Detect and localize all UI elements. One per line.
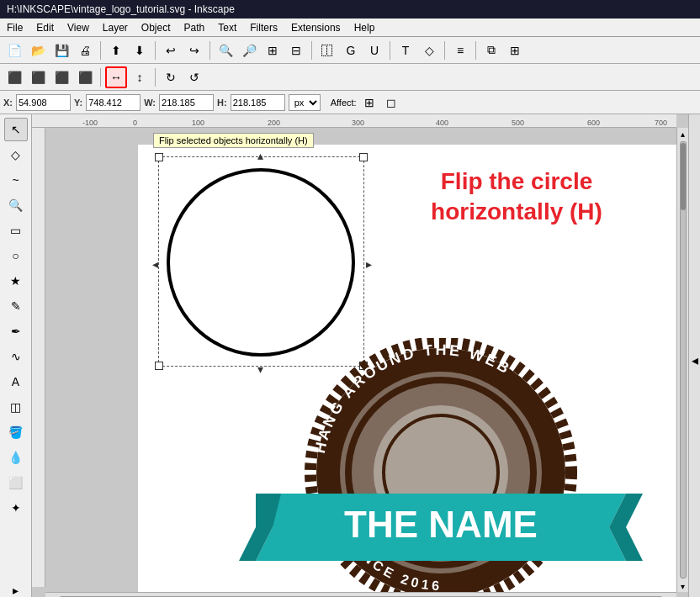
menu-item-object[interactable]: Object	[135, 20, 178, 35]
toolbar1-btn-26[interactable]: ⊞	[504, 40, 526, 61]
toolbar1-separator-19	[390, 41, 390, 60]
toolbox-expand[interactable]: ▸	[4, 579, 28, 597]
instruction-line2: horizontally (H)	[431, 198, 602, 225]
toolbar1-btn-13[interactable]: ⊞	[262, 40, 284, 61]
affect-btn-0[interactable]: ⊞	[360, 93, 379, 112]
toolbar1-separator-10	[209, 41, 210, 60]
tool-btn-8[interactable]: ✒	[4, 320, 28, 343]
instruction-text: Flip the circle horizontally (H)	[374, 166, 660, 228]
toolbar1-btn-18[interactable]: U	[363, 40, 385, 61]
tool-btn-15[interactable]: ✦	[4, 496, 28, 520]
align-left-edge[interactable]: ⬛	[3, 66, 25, 88]
toolbar1-btn-9[interactable]: ↪	[183, 40, 205, 61]
tool-btn-0[interactable]: ↖	[4, 118, 28, 141]
toolbar1-btn-8[interactable]: ↩	[160, 40, 182, 61]
logo-svg[interactable]: HANG AROUND THE WEB SINCE 2016	[239, 338, 643, 597]
main-toolbar: 📄📂💾🖨⬆⬇↩↪🔍🔎⊞⊟⿰GUT◇≡⧉⊞	[0, 37, 700, 64]
toolbar1-btn-0[interactable]: 📄	[3, 40, 25, 61]
menu-bar: FileEditViewLayerObjectPathTextFiltersEx…	[0, 18, 700, 37]
rotate-ccw[interactable]: ↺	[183, 66, 205, 88]
h-scroll-left[interactable]: ◂	[45, 594, 57, 598]
tool-btn-3[interactable]: 🔍	[4, 193, 28, 217]
toolbar1-separator-22	[444, 41, 445, 60]
tool-btn-14[interactable]: ⬜	[4, 471, 28, 494]
tool-btn-4[interactable]: ▭	[4, 219, 28, 242]
tool-btn-12[interactable]: 🪣	[4, 420, 28, 444]
toolbar1-btn-1[interactable]: 📂	[27, 40, 49, 61]
y-coord-input[interactable]	[86, 94, 141, 111]
tool-btn-2[interactable]: ~	[4, 168, 28, 192]
v-scroll-thumb[interactable]	[681, 143, 686, 210]
svg-text:THE NAME: THE NAME	[344, 504, 538, 545]
y-coord-label: Y:	[74, 98, 82, 108]
flip-v[interactable]: ↕	[129, 66, 151, 88]
coordinates-bar: X:Y:W:H:pxAffect:⊞◻	[0, 91, 700, 114]
toolbar1-separator-7	[155, 41, 156, 60]
toolbox: ↖◇~🔍▭○★✎✒∿A◫🪣💧⬜✦▸	[0, 114, 32, 597]
v-scroll-up[interactable]: ▴	[678, 128, 688, 140]
toolbar1-separator-15	[311, 41, 312, 60]
ruler-left	[32, 128, 45, 587]
rotate-cw[interactable]: ↻	[160, 66, 182, 88]
toolbar2-sep	[100, 68, 101, 87]
menu-item-path[interactable]: Path	[178, 20, 212, 35]
tool-btn-11[interactable]: ◫	[4, 395, 28, 419]
align-top-edge[interactable]: ⬛	[74, 66, 96, 88]
menu-item-filters[interactable]: Filters	[243, 20, 284, 35]
h-scrollbar[interactable]: ◂ ▸	[45, 592, 676, 597]
tool-btn-6[interactable]: ★	[4, 269, 28, 293]
menu-item-text[interactable]: Text	[211, 20, 243, 35]
toolbar1-btn-14[interactable]: ⊟	[285, 40, 307, 61]
x-coord-label: X:	[3, 98, 13, 108]
menu-item-help[interactable]: Help	[347, 20, 382, 35]
affect-btn-1[interactable]: ◻	[382, 93, 400, 112]
align-center-h[interactable]: ⬛	[27, 66, 49, 88]
h-scroll-right[interactable]: ▸	[665, 594, 676, 598]
toolbar1-btn-25[interactable]: ⧉	[480, 40, 502, 61]
menu-item-extensions[interactable]: Extensions	[284, 20, 347, 35]
align-right-edge[interactable]: ⬛	[50, 66, 72, 88]
menu-item-edit[interactable]: Edit	[29, 20, 61, 35]
logo-container: HANG AROUND THE WEB SINCE 2016	[239, 338, 643, 597]
tool-btn-10[interactable]: A	[4, 370, 28, 394]
v-scroll-down[interactable]: ▾	[678, 580, 688, 592]
toolbar1-separator-24	[475, 41, 476, 60]
tool-btn-1[interactable]: ◇	[4, 143, 28, 166]
toolbar1-btn-6[interactable]: ⬇	[129, 40, 151, 61]
unit-select[interactable]: px	[289, 94, 321, 111]
main-layout: ↖◇~🔍▭○★✎✒∿A◫🪣💧⬜✦▸ -100 0 100 200 300 400…	[0, 114, 700, 597]
w-coord-input[interactable]	[159, 94, 214, 111]
toolbar1-separator-4	[100, 41, 101, 60]
toolbar1-btn-17[interactable]: G	[340, 40, 362, 61]
menu-item-view[interactable]: View	[61, 20, 96, 35]
toolbar1-btn-11[interactable]: 🔍	[215, 40, 236, 61]
tool-btn-9[interactable]: ∿	[4, 345, 28, 368]
toolbar1-btn-20[interactable]: T	[395, 40, 416, 61]
toolbar1-btn-21[interactable]: ◇	[418, 40, 440, 61]
tooltip: Flip selected objects horizontally (H)	[153, 133, 314, 148]
v-scrollbar[interactable]: ▴ ▾	[676, 128, 688, 592]
transform-toolbar: ⬛⬛⬛⬛↔↕↻↺	[0, 64, 700, 91]
toolbar1-btn-3[interactable]: 🖨	[74, 40, 96, 61]
affect-label: Affect:	[331, 98, 357, 108]
toolbar1-btn-5[interactable]: ⬆	[105, 40, 127, 61]
toolbar1-btn-23[interactable]: ≡	[449, 40, 471, 61]
menu-item-file[interactable]: File	[0, 20, 29, 35]
tool-btn-5[interactable]: ○	[4, 244, 28, 267]
toolbar2-sep	[155, 68, 156, 87]
handle-mr[interactable]: ▸	[366, 257, 372, 271]
tool-btn-7[interactable]: ✎	[4, 294, 28, 318]
tool-btn-13[interactable]: 💧	[4, 446, 28, 469]
title-bar: H:\INKSCAPE\vintage_logo_tutorial.svg - …	[0, 0, 700, 18]
toolbar1-btn-16[interactable]: ⿰	[316, 40, 338, 61]
right-panel-toggle[interactable]: ◂	[688, 114, 700, 597]
toolbar1-btn-12[interactable]: 🔎	[238, 40, 260, 61]
flip-h[interactable]: ↔	[105, 66, 127, 88]
menu-item-layer[interactable]: Layer	[96, 20, 135, 35]
toolbar1-btn-2[interactable]: 💾	[50, 40, 72, 61]
h-coord-input[interactable]	[231, 94, 285, 111]
v-scroll-track[interactable]	[680, 141, 687, 579]
handle-ml[interactable]: ◂	[152, 257, 158, 271]
circle-object[interactable]	[160, 158, 362, 367]
x-coord-input[interactable]	[16, 94, 71, 111]
